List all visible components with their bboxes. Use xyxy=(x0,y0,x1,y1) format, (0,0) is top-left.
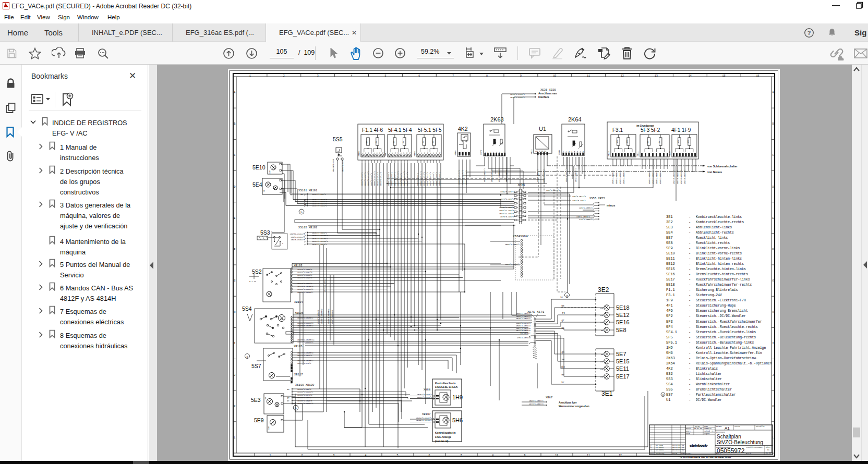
svg-text:21W: 21W xyxy=(268,426,270,430)
svg-text:XB94/2-X564/7: XB94/2-X564/7 xyxy=(505,263,520,265)
svg-text:Steuersich.-DC/DC-Wandler: Steuersich.-DC/DC-Wandler xyxy=(696,314,746,318)
svg-text:J: J xyxy=(234,374,236,376)
svg-text:Kontroll-Leuchte-Scheinwerfer-: Kontroll-Leuchte-Scheinwerfer-Ein xyxy=(696,351,762,355)
svg-text:12: 12 xyxy=(619,454,622,457)
svg-text:-: - xyxy=(689,272,691,276)
svg-text:XB13: XB13 xyxy=(608,151,610,156)
svg-text:XB107: XB107 xyxy=(422,412,431,416)
svg-text:7: 7 xyxy=(502,152,503,153)
svg-text:-: - xyxy=(689,298,691,302)
svg-text:5H6: 5H6 xyxy=(666,351,673,355)
svg-text:G: G xyxy=(234,279,236,282)
svg-text:Steuersich.-Elektroni-F/H: Steuersich.-Elektroni-F/H xyxy=(696,299,746,302)
svg-text:Ra: Ra xyxy=(682,444,684,446)
svg-text:Kontrolleuchte in: Kontrolleuchte in xyxy=(435,432,456,434)
svg-text:Interface: Interface xyxy=(538,95,549,99)
svg-text:16: 16 xyxy=(756,75,760,77)
svg-text:4: 4 xyxy=(439,152,441,153)
svg-text:5A: 5A xyxy=(647,141,649,143)
svg-text:Norm: Norm xyxy=(686,433,690,435)
svg-text:5E15: 5E15 xyxy=(616,358,630,364)
svg-text:5E9: 5E9 xyxy=(254,417,264,423)
svg-text:11: 11 xyxy=(587,75,590,77)
svg-text:5F4.1: 5F4.1 xyxy=(666,330,677,334)
svg-text:-: - xyxy=(689,367,691,371)
svg-text:9: 9 xyxy=(520,75,522,77)
svg-text:5A: 5A xyxy=(658,141,660,143)
svg-text:H: H xyxy=(234,311,236,313)
svg-text:10A: 10A xyxy=(626,139,628,143)
svg-text:XB104: XB104 xyxy=(294,300,303,304)
svg-text:-: - xyxy=(689,356,691,360)
svg-text:XB105/2-XB64/2: XB105/2-XB64/2 xyxy=(317,310,319,324)
svg-text:I: I xyxy=(234,342,236,345)
svg-text:XB102/5-X868/2: XB102/5-X868/2 xyxy=(417,396,432,398)
svg-text:3: 3 xyxy=(569,151,570,153)
svg-text:XB98/1-XB96/4: XB98/1-XB96/4 xyxy=(656,170,658,184)
svg-text:Sommerer: Sommerer xyxy=(704,428,712,430)
svg-text:7: 7 xyxy=(580,151,581,153)
svg-text:2W: 2W xyxy=(264,397,267,399)
svg-text:Steuersich.-Beleuchtung-rechts: Steuersich.-Beleuchtung-rechts xyxy=(696,336,756,339)
svg-text:5F3 5F2: 5F3 5F2 xyxy=(641,127,660,133)
svg-text:XB100/4-XB96/5: XB100/4-XB96/5 xyxy=(297,400,312,402)
svg-text:21W: 21W xyxy=(600,307,604,309)
svg-text:2K64: 2K64 xyxy=(568,116,582,123)
svg-text:Sicherung-Blinkrelais: Sicherung-Blinkrelais xyxy=(696,288,738,292)
svg-text:XB96/4-XB71/4: XB96/4-XB71/4 xyxy=(516,325,531,327)
svg-text:L: L xyxy=(234,436,236,439)
svg-text:-: - xyxy=(689,225,691,229)
svg-text:4: 4 xyxy=(397,152,399,153)
svg-text:XB98/1-XB96/4: XB98/1-XB96/4 xyxy=(616,170,618,184)
svg-text:DC/DC-Wandler: DC/DC-Wandler xyxy=(696,398,722,402)
svg-text:Steuersich.-Beleuchtung-links: Steuersich.-Beleuchtung-links xyxy=(696,341,754,345)
svg-text:-: - xyxy=(689,277,691,282)
svg-text:4F1: 4F1 xyxy=(666,303,673,308)
svg-text:XB102/2-XB66/1: XB102/2-XB66/1 xyxy=(312,232,327,234)
svg-text:F1.1 4F6: F1.1 4F6 xyxy=(362,127,383,133)
svg-text:3: 3 xyxy=(424,152,426,153)
svg-text:XB96: XB96 xyxy=(358,151,360,156)
svg-text:3E1: 3E1 xyxy=(666,215,673,219)
svg-text:X56/R6-XS102/1: X56/R6-XS102/1 xyxy=(290,233,305,235)
svg-text:X95A/5-X95/1: X95A/5-X95/1 xyxy=(572,200,586,202)
svg-text:1: 1 xyxy=(363,152,364,153)
svg-text:X95/1-XB11/4: X95/1-XB11/4 xyxy=(546,189,560,191)
svg-text:5A: 5A xyxy=(422,141,424,143)
svg-text:09.01.95: 09.01.95 xyxy=(694,428,702,430)
svg-text:-: - xyxy=(689,267,691,271)
svg-text:2: 2 xyxy=(302,454,303,457)
svg-text:7: 7 xyxy=(461,454,462,457)
svg-text:B: B xyxy=(773,123,774,125)
svg-text:XB101/2-5S5: XB101/2-5S5 xyxy=(332,158,334,172)
svg-text:c: c xyxy=(246,356,248,359)
svg-text:Ra: Ra xyxy=(682,449,684,451)
svg-text:XB103/5-XB96/B: XB103/5-XB96/B xyxy=(297,277,312,279)
svg-text:5S7: 5S7 xyxy=(251,363,261,369)
svg-text:Bremsleuchte-hinten-rechts: Bremsleuchte-hinten-rechts xyxy=(696,273,748,276)
svg-text:Kontroll-Leuchte-Fahrtricht.An: Kontroll-Leuchte-Fahrtricht.Anzeige xyxy=(696,346,766,350)
svg-text:13: 13 xyxy=(655,75,658,77)
svg-text:Dx 110A: Dx 110A xyxy=(656,444,662,446)
svg-text:Blinkrelais: Blinkrelais xyxy=(696,367,718,371)
svg-text:XB96/1-XB101/1: XB96/1-XB101/1 xyxy=(465,170,467,185)
svg-text:-: - xyxy=(689,303,691,308)
svg-text:a: a xyxy=(650,449,652,451)
svg-text:14: 14 xyxy=(689,75,692,77)
svg-text:XB64/2-XB106/1: XB64/2-XB106/1 xyxy=(331,310,333,324)
svg-text:1H9: 1H9 xyxy=(666,346,673,350)
svg-text:D: D xyxy=(773,186,774,188)
svg-text:ws: ws xyxy=(562,373,565,376)
svg-text:-: - xyxy=(689,346,691,350)
svg-text:-: - xyxy=(689,293,691,297)
svg-text:X95/4-XB55/4: X95/4-XB55/4 xyxy=(576,216,590,218)
svg-text:XB97/5-XB103/1: XB97/5-XB103/1 xyxy=(367,171,369,186)
svg-text:XB102/3-X868/1: XB102/3-X868/1 xyxy=(417,394,432,396)
svg-text:6: 6 xyxy=(429,454,430,457)
svg-text:LISA-Anzeige: LISA-Anzeige xyxy=(435,436,451,438)
svg-text:Abblendlicht-links: Abblendlicht-links xyxy=(696,226,732,229)
svg-text:5E16: 5E16 xyxy=(616,319,630,325)
svg-text:1: 1 xyxy=(270,454,271,457)
svg-text:-: - xyxy=(689,288,691,292)
svg-text:8: 8 xyxy=(492,454,494,457)
